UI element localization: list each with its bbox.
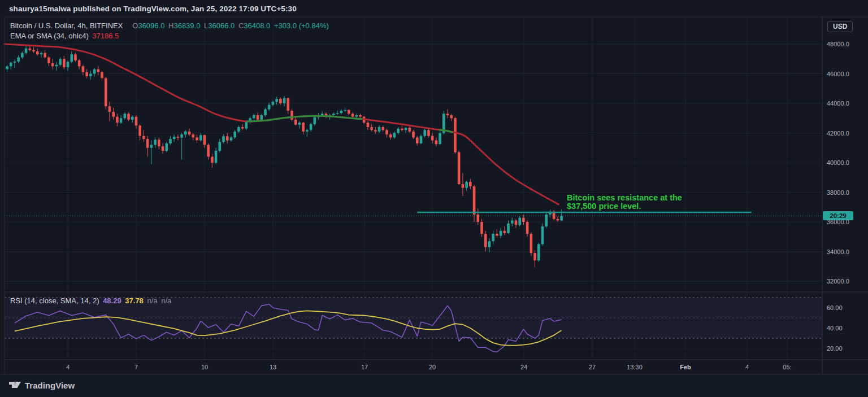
time-axis-label: 13 xyxy=(270,364,276,370)
time-axis-label: 13:30 xyxy=(627,364,643,370)
price-axis-label: 40000.0 xyxy=(827,159,866,166)
rsi-legend[interactable]: RSI (14, close, SMA, 14, 2) 48.29 37.78 … xyxy=(10,296,173,305)
rsi-axis-label: 40.00 xyxy=(827,325,866,331)
time-axis-label: 7 xyxy=(134,364,138,370)
open-value: 36096.0 xyxy=(138,21,164,30)
open-label: O xyxy=(132,21,138,30)
high-value: 36839.0 xyxy=(173,21,200,30)
chart-canvas[interactable] xyxy=(0,0,868,397)
tradingview-logo-icon[interactable] xyxy=(9,381,21,391)
annotation-line-2: $37,500 price level. xyxy=(567,202,682,211)
rsi-ma-value: 37.78 xyxy=(125,296,144,305)
time-axis-label: 4 xyxy=(66,364,70,370)
symbol-title: Bitcoin / U.S. Dollar, 4h, BITFINEX xyxy=(10,21,123,30)
resistance-annotation[interactable]: Bitcoin sees resistance at the $37,500 p… xyxy=(567,194,682,211)
high-label: H xyxy=(168,21,173,30)
time-axis-label: 24 xyxy=(520,364,527,370)
price-axis-label: 44000.0 xyxy=(827,100,866,107)
price-axis-label: 34000.0 xyxy=(827,248,866,255)
rsi-axis-label: 20.00 xyxy=(827,345,866,352)
price-axis-label: 32000.0 xyxy=(827,278,866,285)
close-label: C xyxy=(238,21,244,30)
close-value: 36408.0 xyxy=(244,21,270,30)
price-axis-label: 36000.0 xyxy=(827,219,866,225)
tradingview-brand-text[interactable]: TradingView xyxy=(25,381,75,390)
rsi-label: RSI (14, close, SMA, 14, 2) xyxy=(10,296,99,305)
price-axis-label: 38000.0 xyxy=(827,189,866,196)
time-axis-label: 20 xyxy=(429,364,436,370)
currency-toggle-button[interactable]: USD xyxy=(827,21,853,32)
time-axis-label: 05: xyxy=(783,364,791,370)
ma-label: EMA or SMA (34, ohlc4) xyxy=(10,32,89,40)
ma-legend[interactable]: EMA or SMA (34, ohlc4) 37186.5 xyxy=(10,32,120,40)
change-value: +303.0 (+0.84%) xyxy=(274,21,329,30)
rsi-na-1: n/a xyxy=(147,296,157,305)
time-axis-label: 17 xyxy=(361,364,368,370)
footer-bar: TradingView xyxy=(0,375,868,397)
price-axis-label: 48000.0 xyxy=(827,41,866,47)
time-axis-label: Feb xyxy=(680,364,691,370)
time-axis-label: 10 xyxy=(201,364,208,370)
annotation-line-1: Bitcoin sees resistance at the xyxy=(567,194,682,202)
rsi-axis-label: 60.00 xyxy=(827,304,866,311)
rsi-value: 48.29 xyxy=(103,296,121,305)
price-axis-label: 42000.0 xyxy=(827,130,866,137)
symbol-legend[interactable]: Bitcoin / U.S. Dollar, 4h, BITFINEX O360… xyxy=(10,21,331,30)
attribution-text: shaurya15malwa published on TradingView.… xyxy=(9,5,297,13)
time-axis-label: 27 xyxy=(589,364,596,370)
ma-value: 37186.5 xyxy=(92,32,119,40)
tradingview-chart-page: shaurya15malwa published on TradingView.… xyxy=(0,0,868,397)
rsi-na-2: n/a xyxy=(161,296,171,305)
price-axis-label: 46000.0 xyxy=(827,71,866,77)
time-axis-label: 4 xyxy=(745,364,749,370)
low-value: 36066.0 xyxy=(208,21,235,30)
